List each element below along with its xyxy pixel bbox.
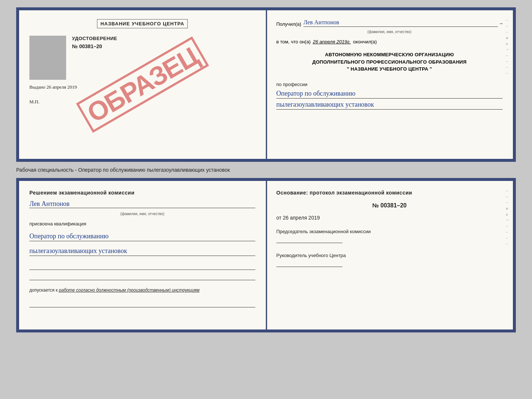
profession-line1: Оператор по обслуживанию — [276, 89, 503, 99]
fio-subtitle-qual: (фамилия, имя, отчество) — [29, 212, 255, 216]
cert-left-content: УДОСТОВЕРЕНИЕ № 00381–20 — [29, 36, 255, 80]
received-line: Получил(а) Лев Антпонов – — [276, 19, 503, 27]
qualification-book: Решением экзаменационной комиссии Лев Ан… — [16, 178, 516, 332]
org-line1: АВТОНОМНУЮ НЕКОММЕРЧЕСКУЮ ОРГАНИЗАЦИЮ — [276, 51, 503, 58]
komissia-title: Решением экзаменационной комиссии — [29, 190, 255, 196]
issued-date-value: 26 апреля 2019 — [47, 84, 77, 90]
empty-signature-lines — [29, 263, 255, 280]
document-wrapper: НАЗВАНИЕ УЧЕБНОГО ЦЕНТРА УДОСТОВЕРЕНИЕ №… — [16, 7, 516, 332]
dopusk-label: допускается к — [29, 288, 58, 293]
spine-line — [266, 10, 267, 159]
empty-line-2 — [29, 273, 255, 280]
training-center-title: НАЗВАНИЕ УЧЕБНОГО ЦЕНТРА — [97, 19, 187, 28]
org-line3: " НАЗВАНИЕ УЧЕБНОГО ЦЕНТРА " — [276, 65, 503, 73]
proto-date-prefix: от — [276, 215, 281, 221]
cert-right-page: Получил(а) Лев Антпонов – (фамилия, имя,… — [266, 10, 513, 159]
rukovoditel-signature-block: Руководитель учебного Центра — [276, 253, 503, 267]
date-line: в том, что он(а) 26 апреля 2019г. окончи… — [276, 39, 503, 44]
mp-line: М.П. — [29, 99, 255, 105]
udostoverenie-label: УДОСТОВЕРЕНИЕ — [72, 36, 117, 41]
date-prefix: в том, что он(а) — [276, 39, 310, 44]
protocol-date: от 26 апреля 2019 — [276, 215, 503, 221]
osnovaniye-title: Основание: протокол экзаменационной коми… — [276, 190, 503, 196]
right-side-marks: –––иа←–––– — [506, 18, 510, 75]
qual-line1: Оператор по обслуживанию — [29, 232, 255, 241]
date-value: 26 апреля 2019г. — [313, 39, 351, 44]
fio-subtitle-cert: (фамилия, имя, отчество) — [276, 30, 503, 34]
date-suffix: окончил(а) — [353, 39, 377, 44]
chairman-sig-line — [276, 236, 342, 243]
separator-label: Рабочая специальность - Оператор по обсл… — [16, 166, 516, 174]
dopusk-value: работе согласно должностным (производств… — [59, 288, 200, 293]
org-line2: ДОПОЛНИТЕЛЬНОГО ПРОФЕССИОНАЛЬНОГО ОБРАЗО… — [276, 58, 503, 66]
qual-line2: пылегазоулавливающих установок — [29, 246, 255, 256]
rukovoditel-label: Руководитель учебного Центра — [276, 253, 503, 258]
proto-date-value: 26 апреля 2019 — [283, 215, 320, 221]
qual-right-page: Основание: протокол экзаменационной коми… — [266, 181, 513, 329]
empty-line-3 — [29, 300, 255, 307]
chairman-signature-block: Председатель экзаменационной комиссии — [276, 229, 503, 243]
org-block: АВТОНОМНУЮ НЕКОММЕРЧЕСКУЮ ОРГАНИЗАЦИЮ ДО… — [276, 51, 503, 73]
recipient-name: Лев Антпонов — [303, 19, 498, 27]
certificate-book: НАЗВАНИЕ УЧЕБНОГО ЦЕНТРА УДОСТОВЕРЕНИЕ №… — [16, 7, 516, 162]
dash-after-name: – — [500, 21, 503, 27]
qual-left-page: Решением экзаменационной комиссии Лев Ан… — [19, 181, 266, 329]
rukovoditel-sig-line — [276, 260, 342, 267]
qual-spine-line — [266, 181, 267, 329]
cert-number: № 00381–20 — [72, 43, 117, 49]
chairman-label: Председатель экзаменационной комиссии — [276, 229, 503, 234]
cert-left-page: НАЗВАНИЕ УЧЕБНОГО ЦЕНТРА УДОСТОВЕРЕНИЕ №… — [19, 10, 266, 159]
empty-line-1 — [29, 263, 255, 270]
qual-right-side-marks: –––иа←–––– — [506, 188, 510, 246]
prisvoena-label: присвоена квалификация — [29, 221, 255, 227]
cert-inner-text: УДОСТОВЕРЕНИЕ № 00381–20 — [72, 36, 117, 80]
profession-line2: пылегазоулавливающих установок — [276, 100, 503, 110]
dopuskaetsya-block: допускается к работе согласно должностны… — [29, 287, 255, 293]
issued-date: Выдано 26 апреля 2019 — [29, 84, 255, 90]
protocol-number: № 00381–20 — [276, 202, 503, 209]
photo-placeholder — [29, 36, 66, 80]
received-label: Получил(а) — [276, 21, 301, 27]
profession-block: по профессии Оператор по обслуживанию пы… — [276, 81, 503, 110]
komissia-person-name: Лев Антпонов — [29, 200, 255, 208]
profession-label: по профессии — [276, 82, 308, 87]
issued-label: Выдано — [29, 84, 45, 90]
